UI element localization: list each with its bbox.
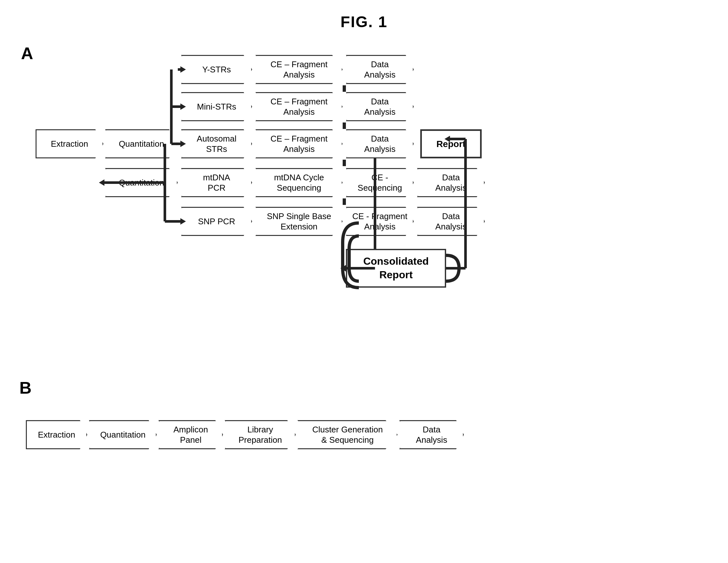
ce-frag5-shape: CE - FragmentAnalysis xyxy=(346,207,414,236)
svg-marker-11 xyxy=(180,218,186,225)
svg-rect-12 xyxy=(343,85,346,92)
ce2-shape: CE – FragmentAnalysis xyxy=(255,92,343,121)
da3-label: DataAnalysis xyxy=(364,133,396,154)
da5-label: DataAnalysis xyxy=(435,211,467,232)
b-library-shape: LibraryPreparation xyxy=(225,420,296,449)
ce-seq-shape: CE -Sequencing xyxy=(346,168,414,197)
ce-frag5-label: CE - FragmentAnalysis xyxy=(352,211,408,232)
ce3-label: CE – FragmentAnalysis xyxy=(271,133,327,154)
b-cluster-label: Cluster Generation& Sequencing xyxy=(312,424,383,445)
mtdna-pcr-shape: mtDNAPCR xyxy=(181,168,252,197)
svg-marker-4 xyxy=(180,66,186,73)
ce1-shape: CE – FragmentAnalysis xyxy=(255,55,343,84)
extraction-shape: Extraction xyxy=(36,129,103,158)
snp-pcr-shape: SNP PCR xyxy=(181,207,252,236)
consolidated-report-box: ConsolidatedReport xyxy=(346,249,446,288)
ce-seq-label: CE -Sequencing xyxy=(358,172,402,193)
diagram-a: Y-STRs CE – FragmentAnalysis DataAnalysi… xyxy=(19,42,714,359)
ministrs-shape: Mini-STRs xyxy=(181,92,252,121)
diagram-b: Extraction Quantitation AmpliconPanel Li… xyxy=(19,398,714,478)
da5-shape: DataAnalysis xyxy=(417,207,485,236)
b-amplicon-shape: AmpliconPanel xyxy=(158,420,223,449)
page-title: FIG. 1 xyxy=(0,0,728,31)
da4-label: DataAnalysis xyxy=(435,172,467,193)
svg-marker-6 xyxy=(180,141,186,147)
report-label: Report xyxy=(436,138,466,150)
b-amplicon-label: AmpliconPanel xyxy=(174,424,208,445)
svg-rect-13 xyxy=(343,122,346,129)
autostrs-shape: AutosomalSTRs xyxy=(181,129,252,158)
svg-marker-5 xyxy=(180,103,186,110)
consolidated-report-label: ConsolidatedReport xyxy=(363,255,429,281)
quant1-label: Quantitation xyxy=(119,139,164,149)
ce3-shape: CE – FragmentAnalysis xyxy=(255,129,343,158)
svg-marker-18 xyxy=(340,265,346,271)
mtdna-cycle-shape: mtDNA CycleSequencing xyxy=(255,168,343,197)
quant2-shape: Quantitation xyxy=(105,168,178,197)
svg-rect-15 xyxy=(343,198,346,205)
autostrs-label: AutosomalSTRs xyxy=(197,133,237,154)
report-box: Report xyxy=(420,129,482,158)
svg-marker-9 xyxy=(99,179,104,186)
ministrs-label: Mini-STRs xyxy=(197,101,236,112)
section-b-label: B xyxy=(19,378,32,398)
b-extraction-label: Extraction xyxy=(38,430,75,440)
b-quantitation-shape: Quantitation xyxy=(89,420,157,449)
da2-shape: DataAnalysis xyxy=(346,92,414,121)
da3-shape: DataAnalysis xyxy=(346,129,414,158)
mtdna-pcr-label: mtDNAPCR xyxy=(203,172,230,193)
extraction-label: Extraction xyxy=(51,139,88,149)
b-cluster-shape: Cluster Generation& Sequencing xyxy=(297,420,398,449)
b-extraction-shape: Extraction xyxy=(26,420,87,449)
ce2-label: CE – FragmentAnalysis xyxy=(271,96,327,117)
b-library-label: LibraryPreparation xyxy=(239,424,282,445)
snp-sbe-label: SNP Single BaseExtension xyxy=(267,211,331,232)
b-data-label: DataAnalysis xyxy=(416,424,447,445)
b-quantitation-label: Quantitation xyxy=(100,430,145,440)
snp-pcr-label: SNP PCR xyxy=(198,216,235,227)
svg-rect-14 xyxy=(343,160,346,166)
da4-shape: DataAnalysis xyxy=(417,168,485,197)
quant1-shape: Quantitation xyxy=(105,129,178,158)
snp-sbe-shape: SNP Single BaseExtension xyxy=(255,207,343,236)
ystrs-label: Y-STRs xyxy=(202,64,231,75)
da2-label: DataAnalysis xyxy=(364,96,396,117)
mtdna-cycle-label: mtDNA CycleSequencing xyxy=(274,172,324,193)
ystrs-shape: Y-STRs xyxy=(181,55,252,84)
da1-label: DataAnalysis xyxy=(364,59,396,80)
ce1-label: CE – FragmentAnalysis xyxy=(271,59,327,80)
quant2-label: Quantitation xyxy=(119,177,164,188)
b-data-shape: DataAnalysis xyxy=(399,420,464,449)
da1-shape: DataAnalysis xyxy=(346,55,414,84)
